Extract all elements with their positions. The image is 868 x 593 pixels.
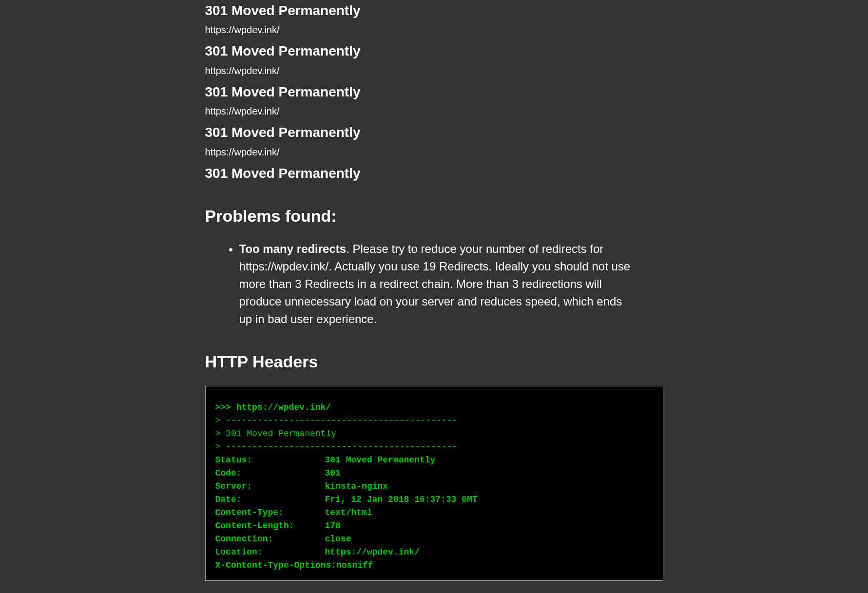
term-kv-value: close bbox=[325, 533, 351, 546]
term-last-line: X-Content-Type-Options:nosniff bbox=[215, 559, 653, 572]
term-kv-value: Fri, 12 Jan 2018 16:37:33 GMT bbox=[325, 493, 478, 506]
redirect-status: 301 Moved Permanently bbox=[205, 83, 663, 101]
term-kv-row: Code:301 bbox=[215, 467, 653, 480]
term-kv-value: 178 bbox=[325, 519, 341, 533]
term-kv-row: Location:https://wpdev.ink/ bbox=[215, 546, 653, 559]
page-content: 301 Moved Permanentlyhttps://wpdev.ink/3… bbox=[156, 2, 712, 581]
term-status-line: > 301 Moved Permanently bbox=[215, 427, 653, 440]
term-kv-value: kinsta-nginx bbox=[325, 480, 388, 493]
redirect-url: https://wpdev.ink/ bbox=[205, 106, 663, 117]
term-kv-value: 301 bbox=[325, 467, 341, 480]
term-kv-row: Content-Type:text/html bbox=[215, 506, 653, 519]
terminal-container: >>> https://wpdev.ink/> ----------------… bbox=[205, 386, 663, 581]
problem-item: Too many redirects. Please try to reduce… bbox=[239, 240, 663, 328]
term-kv-row: Date:Fri, 12 Jan 2018 16:37:33 GMT bbox=[215, 493, 653, 506]
term-kv-key: Content-Length: bbox=[215, 519, 325, 533]
term-kv-value: https://wpdev.ink/ bbox=[325, 546, 420, 559]
term-kv-row: Content-Length:178 bbox=[215, 519, 653, 533]
terminal-output[interactable]: >>> https://wpdev.ink/> ----------------… bbox=[206, 386, 663, 580]
redirect-url: https://wpdev.ink/ bbox=[205, 65, 663, 77]
term-kv-key: Date: bbox=[215, 493, 325, 506]
term-kv-value: 301 Moved Permanently bbox=[325, 454, 436, 467]
redirect-url: https://wpdev.ink/ bbox=[205, 24, 663, 36]
redirect-status: 301 Moved Permanently bbox=[205, 2, 663, 19]
problems-list: Too many redirects. Please try to reduce… bbox=[205, 240, 663, 328]
term-kv-row: Status:301 Moved Permanently bbox=[215, 454, 653, 467]
term-kv-key: Status: bbox=[215, 454, 325, 467]
redirect-status: 301 Moved Permanently bbox=[205, 165, 663, 182]
problems-heading: Problems found: bbox=[205, 207, 663, 226]
term-kv-row: Connection:close bbox=[215, 533, 653, 546]
term-kv-key: Location: bbox=[215, 546, 325, 559]
redirect-url: https://wpdev.ink/ bbox=[205, 147, 663, 158]
term-separator: > --------------------------------------… bbox=[215, 440, 653, 454]
term-request-line: >>> https://wpdev.ink/ bbox=[215, 401, 653, 414]
term-separator: > --------------------------------------… bbox=[215, 414, 653, 427]
term-kv-key: Server: bbox=[215, 480, 325, 493]
redirect-chain: 301 Moved Permanentlyhttps://wpdev.ink/3… bbox=[205, 2, 663, 182]
term-kv-value: text/html bbox=[325, 506, 372, 519]
term-kv-key: Connection: bbox=[215, 533, 325, 546]
term-kv-row: Server:kinsta-nginx bbox=[215, 480, 653, 493]
redirect-status: 301 Moved Permanently bbox=[205, 124, 663, 141]
term-kv-key: Code: bbox=[215, 467, 325, 480]
redirect-status: 301 Moved Permanently bbox=[205, 42, 663, 60]
http-headers-heading: HTTP Headers bbox=[205, 352, 663, 371]
term-kv-key: Content-Type: bbox=[215, 506, 325, 519]
problem-label: Too many redirects bbox=[239, 242, 347, 255]
